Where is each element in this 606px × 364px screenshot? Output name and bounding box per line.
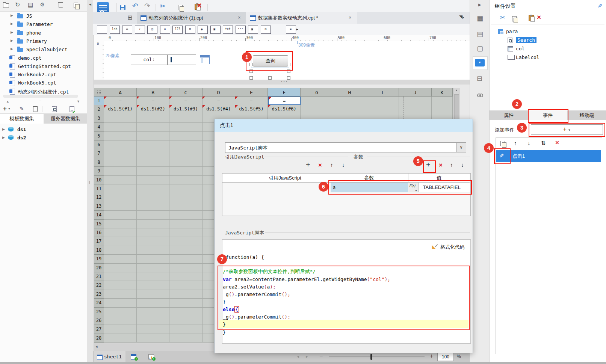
tree-folder-Parameter[interactable]: ▶Parameter (0, 20, 87, 29)
cell-K2[interactable] (432, 105, 453, 114)
row-header-14[interactable]: 14 (94, 211, 104, 219)
cell-C16[interactable] (169, 228, 202, 237)
edit-event-pencil-cell[interactable]: ✎ (496, 150, 509, 162)
tab-mobile[interactable]: 移动端 (567, 110, 606, 120)
list-widget-icon[interactable]: ≣ (185, 26, 195, 34)
component-tree-label[interactable]: col (516, 46, 524, 51)
cell-C21[interactable] (169, 272, 202, 281)
cell-B1[interactable]: = (137, 97, 169, 105)
cut-component-icon[interactable]: ✂ (500, 15, 505, 21)
copy-component-icon[interactable] (512, 16, 517, 21)
cell-C15[interactable] (169, 220, 202, 228)
cell-C3[interactable] (169, 114, 202, 123)
cell-E2[interactable]: ds1.S(#5) (235, 105, 268, 114)
template-settings-icon[interactable]: ⚙ (40, 2, 45, 7)
parameter-pane[interactable]: 25像素 309像素 col: 查询 (104, 41, 470, 80)
cell-A19[interactable] (104, 255, 137, 263)
tree-file-WorkBook5.cpt[interactable]: WorkBook5.cpt (0, 79, 87, 87)
ref-delete-icon[interactable]: × (318, 162, 322, 169)
scrollbar-thumb[interactable] (454, 94, 459, 121)
tab-attributes[interactable]: 属性 (490, 110, 529, 120)
copy-icon[interactable] (74, 3, 78, 8)
new-template-tab-icon[interactable]: ⊞ (127, 15, 132, 21)
row-header-8[interactable]: 8 (94, 158, 104, 167)
copy-event-icon[interactable] (500, 141, 505, 146)
ref-add-icon[interactable]: + (306, 160, 310, 169)
collapse-left-icon[interactable]: ◄ (88, 2, 92, 6)
add-dataset-icon[interactable]: + (3, 105, 7, 113)
col-text-input[interactable] (168, 54, 196, 65)
component-tree-item-Search[interactable]: Search (490, 36, 606, 45)
delete-icon[interactable] (59, 3, 63, 8)
column-header-K[interactable]: K (432, 88, 453, 97)
row-header-3[interactable]: 3 (94, 114, 104, 123)
row-header-10[interactable]: 10 (94, 176, 104, 184)
cell-C27[interactable] (169, 325, 202, 334)
cell-D1[interactable]: = (203, 97, 235, 105)
row-header-18[interactable]: 18 (94, 246, 104, 255)
sheet-tab-label[interactable]: sheet1 (104, 354, 122, 359)
param-value-cell[interactable]: =TABLEDATAFIEL (419, 183, 470, 192)
tree-folder-Primary[interactable]: ▶Primary (0, 37, 87, 45)
selection-handle[interactable] (268, 76, 272, 80)
cell-B23[interactable] (137, 290, 169, 299)
scroll-left-icon[interactable]: ◂ (95, 344, 98, 349)
expand-arrow-icon[interactable]: ▶ (11, 47, 13, 51)
row-header-13[interactable]: 13 (94, 202, 104, 211)
zoom-out-icon[interactable]: − (319, 353, 323, 359)
cell-C26[interactable] (169, 316, 202, 325)
checkbox-widget-icon[interactable]: ▣- (248, 26, 258, 34)
row-header-21[interactable]: 21 (94, 272, 104, 281)
tree-folder-phone[interactable]: ▶phone (0, 29, 87, 37)
cell-K1[interactable] (432, 97, 453, 105)
zoom-slider-handle[interactable] (370, 354, 372, 360)
tree-file-label[interactable]: demo.cpt (18, 55, 42, 61)
cell-C5[interactable] (169, 132, 202, 140)
cell-B25[interactable] (137, 308, 169, 316)
tree-widget-icon[interactable]: ⊞ (261, 26, 271, 34)
cell-C20[interactable] (169, 264, 202, 272)
cell-A17[interactable] (104, 237, 137, 246)
splitter-handle-icon[interactable]: ‖ (89, 180, 90, 184)
cell-A26[interactable] (104, 316, 137, 325)
cell-F2[interactable]: ds1.S(#6) (268, 105, 301, 114)
cell-A4[interactable] (104, 123, 137, 131)
textarea-widget-icon[interactable]: txt (223, 26, 233, 34)
page-next-icon[interactable]: ▸ (306, 354, 308, 359)
cell-B26[interactable] (137, 316, 169, 325)
sort-events-icon[interactable]: ⇅ (541, 140, 546, 146)
cell-C8[interactable] (169, 158, 202, 167)
cell-A25[interactable] (104, 308, 137, 316)
format-code-button[interactable]: 格式化代码 (432, 244, 465, 251)
cell-A10[interactable] (104, 176, 137, 184)
row-header-25[interactable]: 25 (94, 308, 104, 316)
ref-move-down-icon[interactable]: ↓ (342, 162, 345, 168)
param-table[interactable]: 参数 值 a F(x) ▼ =TABLEDATAFIEL (330, 173, 471, 216)
row-header-4[interactable]: 4 (94, 123, 104, 131)
tree-file-label[interactable]: 动态列的分组统计.cpt (18, 89, 69, 95)
column-header-C[interactable]: C (169, 88, 202, 97)
param-add-icon[interactable]: + (426, 160, 431, 169)
window-widget-icon[interactable]: ◫ (147, 26, 157, 34)
edit-dataset-icon[interactable]: ✎ (20, 106, 24, 111)
component-tree-item-col[interactable]: col (490, 45, 606, 53)
cell-A11[interactable] (104, 184, 137, 193)
combobox-widget-icon[interactable]: ▾ (135, 26, 145, 34)
cell-A12[interactable] (104, 193, 137, 202)
edit-sql-icon[interactable] (70, 106, 74, 112)
cell-C12[interactable] (169, 193, 202, 202)
component-tree-label[interactable]: Search (516, 37, 536, 43)
dataset-item-ds1[interactable]: ▶ds1 (0, 126, 87, 134)
paste-component-icon[interactable] (529, 15, 534, 21)
cell-B14[interactable] (137, 211, 169, 219)
cell-B3[interactable] (137, 114, 169, 123)
cell-A7[interactable] (104, 149, 137, 158)
undo-button[interactable]: ↶ (132, 2, 138, 9)
cell-A28[interactable] (104, 334, 137, 343)
cell-B17[interactable] (137, 237, 169, 246)
left-collapse-strip[interactable]: ◄ ‖ (87, 0, 94, 364)
move-event-up-icon[interactable]: ↑ (514, 140, 517, 146)
tab-overflow-corner-icon[interactable]: ◥▾ (459, 14, 464, 20)
row-header-16[interactable]: 16 (94, 228, 104, 237)
cell-A21[interactable] (104, 272, 137, 281)
